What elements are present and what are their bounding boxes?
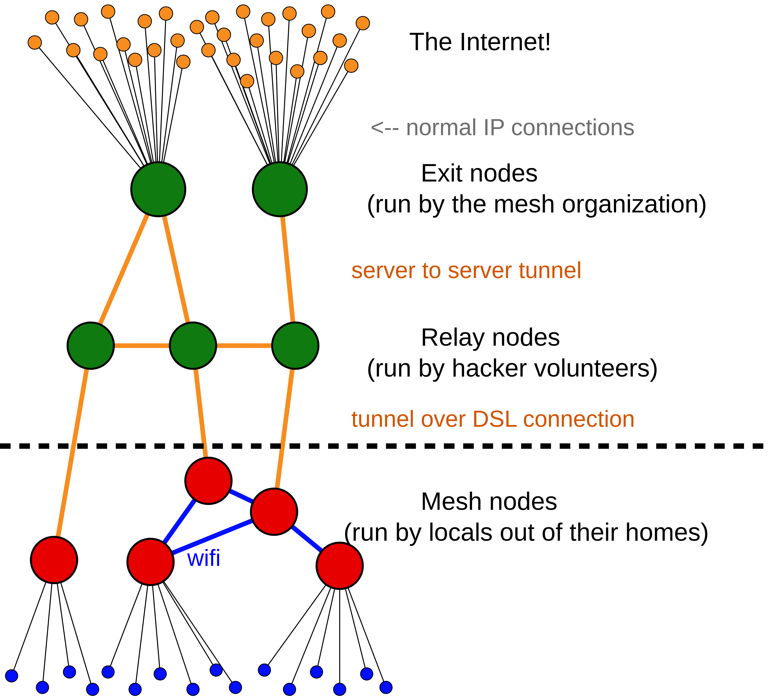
label-mesh-1: Mesh nodes	[421, 487, 558, 515]
internet-dot	[138, 15, 152, 28]
internet-dot	[269, 51, 283, 65]
internet-dot	[117, 38, 130, 51]
client-dot	[380, 681, 392, 693]
client-dot	[87, 683, 99, 695]
client-dot	[210, 664, 222, 676]
exit-node	[131, 162, 185, 216]
relay-node	[170, 323, 216, 369]
client-dot	[154, 668, 166, 680]
client-dot	[36, 681, 49, 693]
tunnel-edge	[274, 346, 295, 512]
internet-dot	[190, 20, 204, 34]
client-dot	[283, 683, 296, 695]
internet-dot	[67, 43, 80, 57]
client-dot	[5, 670, 18, 682]
client-dot	[258, 664, 271, 676]
client-dot	[334, 683, 346, 695]
relay-node	[272, 323, 319, 369]
client-dot	[310, 666, 323, 678]
internet-dot	[236, 5, 250, 18]
mesh-node	[317, 543, 363, 589]
internet-dot	[333, 34, 347, 47]
internet-dot	[217, 28, 231, 41]
internet-dot	[345, 59, 358, 72]
relay-node	[67, 323, 114, 369]
client-dot	[229, 681, 242, 693]
client-dot	[187, 683, 199, 695]
tunnel-edge	[54, 346, 91, 560]
internet-dot	[45, 11, 59, 24]
internet-dot	[93, 47, 107, 61]
internet-dot	[250, 34, 263, 47]
exit-node	[253, 162, 307, 216]
client-dot	[63, 666, 76, 678]
internet-dot	[171, 34, 184, 47]
mesh-node	[31, 537, 77, 583]
client-dot	[102, 666, 114, 678]
mesh-node	[251, 489, 297, 535]
label-dsl: tunnel over DSL connection	[351, 406, 635, 431]
label-internet: The Internet!	[409, 28, 551, 56]
label-relay-2: (run by hacker volunteers)	[367, 354, 658, 382]
label-exit-2: (run by the mesh organization)	[367, 190, 707, 218]
internet-dot	[148, 43, 161, 57]
internet-dot	[291, 65, 304, 78]
internet-dot	[159, 7, 173, 20]
internet-dot	[101, 5, 115, 18]
internet-dot	[74, 13, 88, 26]
client-dot	[360, 668, 373, 680]
internet-dot	[202, 43, 215, 57]
label-ip: <-- normal IP connections	[371, 114, 635, 140]
client-dot	[129, 683, 141, 695]
label-relay-1: Relay nodes	[421, 323, 560, 351]
internet-dot	[177, 55, 190, 69]
internet-dot	[314, 51, 327, 65]
label-wifi: wifi	[187, 545, 221, 570]
label-exit-1: Exit nodes	[421, 159, 538, 187]
mesh-node	[185, 457, 232, 504]
internet-dot	[283, 7, 296, 20]
mesh-node	[128, 539, 174, 585]
internet-dot	[28, 36, 41, 49]
label-mesh-2: (run by locals out of their homes)	[343, 518, 709, 546]
internet-dot	[302, 24, 316, 38]
internet-dot	[128, 53, 142, 67]
internet-dot	[206, 11, 219, 24]
internet-dot	[356, 16, 370, 30]
internet-dot	[262, 13, 275, 26]
label-s2s: server to server tunnel	[351, 257, 582, 283]
internet-dot	[321, 5, 335, 18]
internet-dot	[240, 74, 254, 88]
internet-dot	[227, 53, 240, 67]
